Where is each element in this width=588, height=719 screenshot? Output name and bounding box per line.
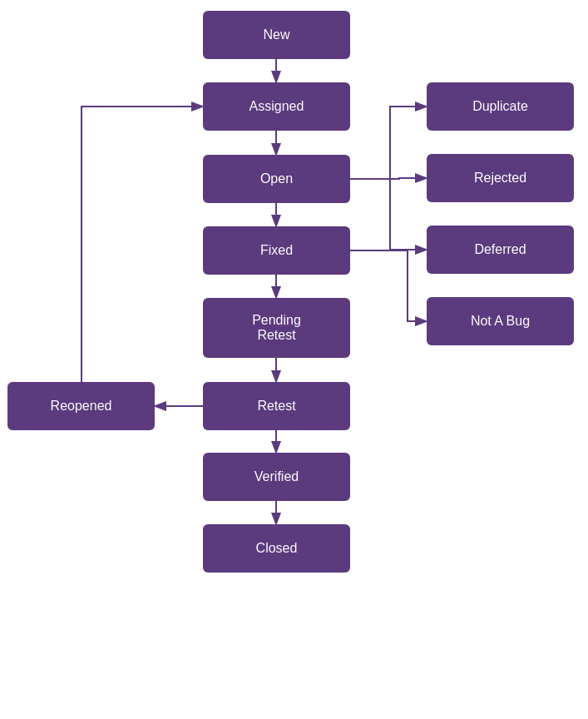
node-pending-retest: PendingRetest	[203, 298, 350, 358]
node-deferred: Deferred	[427, 226, 574, 274]
node-not-a-bug: Not A Bug	[427, 297, 574, 345]
diagram: New Assigned Open Fixed PendingRetest Re…	[0, 0, 588, 719]
node-verified: Verified	[203, 453, 350, 501]
node-closed: Closed	[203, 524, 350, 573]
node-retest: Retest	[203, 382, 350, 430]
node-duplicate: Duplicate	[427, 82, 574, 131]
node-new: New	[203, 11, 350, 59]
node-open: Open	[203, 155, 350, 203]
node-reopened: Reopened	[7, 382, 155, 430]
node-assigned: Assigned	[203, 82, 350, 131]
node-fixed: Fixed	[203, 226, 350, 275]
node-rejected: Rejected	[427, 154, 574, 202]
